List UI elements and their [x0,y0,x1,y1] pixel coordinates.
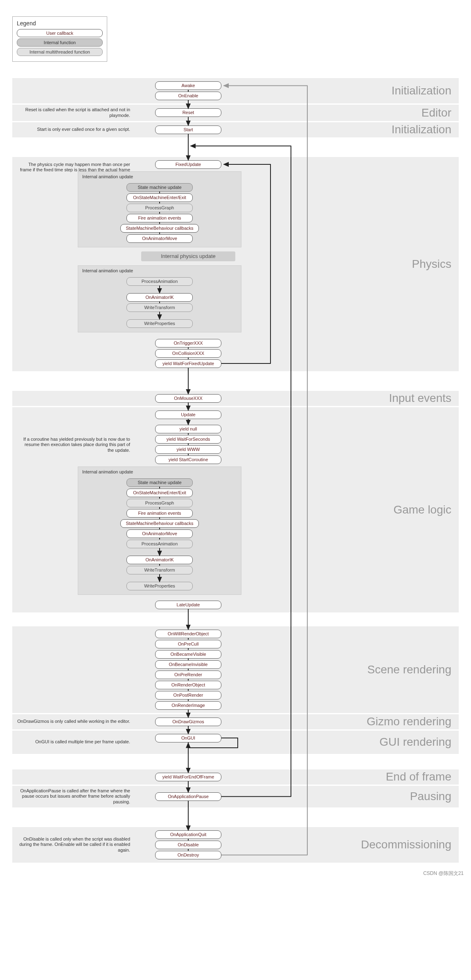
section-label: Game logic [393,503,451,516]
section-end-of-frame: yield WaitForEndOfFrame End of frame [12,769,459,785]
legend-user-callback: User callback [17,29,103,37]
node: ProcessGraph [126,204,193,212]
note-decom: OnDisable is called only when the script… [17,836,130,853]
gap [12,372,459,390]
node-reset: Reset [155,108,221,117]
section-label: Editor [421,106,451,119]
node: OnBecameVisible [155,650,221,659]
note-gizmo: OnDrawGizmos is only called while workin… [17,719,130,724]
section-gui-rendering: OnGUI is called multiple time per frame … [12,731,459,754]
note-yield: If a coroutine has yielded previously bu… [17,437,130,453]
section-initialization-2: Start is only ever called once for a giv… [12,122,459,137]
legend-box: Legend User callback Internal function I… [12,16,107,62]
gap [12,139,459,156]
section-label: Initialization [392,84,451,97]
section-label: End of frame [386,770,451,783]
node: OnAnimatorMove [126,529,193,538]
section-input-events: OnMouseXXX Input events [12,391,459,406]
gap [12,614,459,625]
section-physics: The physics cycle may happen more than o… [12,157,459,371]
node-fixedupdate: FixedUpdate [155,160,221,169]
node: ProcessGraph [126,499,193,507]
legend-multithread-function: Internal multithreaded function [17,48,103,56]
node: Fire animation events [126,214,193,222]
node: OnPreCull [155,640,221,648]
section-game-logic: If a coroutine has yielded previously bu… [12,407,459,612]
note-gui: OnGUI is called multiple time per frame … [35,739,130,745]
node-ondestroy: OnDestroy [155,851,221,859]
node-onapplicationquit: OnApplicationQuit [155,830,221,839]
node: yield null [155,425,221,433]
group-anim-update-1: Internal animation update State machine … [78,171,241,247]
node-waitforfixedupdate: yield WaitForFixedUpdate [155,359,221,368]
section-pausing: OnApplicationPause is called after the f… [12,786,459,807]
node: StateMachineBehaviour callbacks [120,224,199,233]
node: OnPostRender [155,691,221,700]
node-start: Start [155,126,221,134]
node-lateupdate: LateUpdate [155,601,221,609]
node: StateMachineBehaviour callbacks [120,519,199,528]
node: OnPreRender [155,671,221,679]
section-label: Initialization [392,123,451,136]
node: WriteProperties [126,319,193,328]
group-title: Internal animation update [82,268,133,273]
node: OnWillRenderObject [155,630,221,638]
node: yield WWW [155,445,221,454]
node: ProcessAnimation [126,277,193,286]
group-title: Internal animation update [82,174,133,179]
gap [12,755,459,768]
node-ontrigger: OnTriggerXXX [155,339,221,348]
node: OnAnimatorIK [126,556,193,564]
section-label: Scene rendering [367,663,451,676]
group-title: Internal animation update [82,469,133,474]
node-onenable: OnEnable [155,92,221,100]
node: WriteProperties [126,582,193,590]
node-onapplicationpause: OnApplicationPause [155,792,221,801]
note-editor: Reset is called when the script is attac… [17,107,130,119]
section-decommissioning: OnDisable is called only when the script… [12,827,459,863]
node: State machine update [126,183,193,192]
section-gizmo-rendering: OnDrawGizmos is only called while workin… [12,714,459,729]
group-anim-update-3: Internal animation update State machine … [78,466,241,595]
node: OnStateMachineEnter/Exit [126,489,193,497]
bar-internal-physics-update: Internal physics update [141,251,235,261]
node: WriteTransform [126,303,193,312]
node: OnRenderImage [155,701,221,710]
note-start: Start is only ever called once for a giv… [37,127,130,132]
node: State machine update [126,478,193,487]
section-label: Gizmo rendering [367,715,451,728]
flow-sections: Awake OnEnable Initialization Reset is c… [12,78,459,863]
section-label: GUI rendering [379,736,451,749]
node: WriteTransform [126,566,193,574]
section-scene-rendering: OnWillRenderObject OnPreCull OnBecameVis… [12,626,459,713]
section-editor: Reset is called when the script is attac… [12,105,459,121]
node: OnStateMachineEnter/Exit [126,193,193,202]
node-update: Update [155,410,221,419]
group-anim-update-2: Internal animation update ProcessAnimati… [78,265,241,332]
section-label: Physics [412,258,451,271]
node: OnBecameInvisible [155,660,221,669]
node-ondisable: OnDisable [155,841,221,849]
node: OnRenderObject [155,681,221,689]
node-oncollision: OnCollisionXXX [155,349,221,358]
section-label: Pausing [410,790,451,803]
note-pausing: OnApplicationPause is called after the f… [17,788,130,805]
legend-internal-function: Internal function [17,38,103,47]
node: OnAnimatorIK [126,293,193,302]
node: ProcessAnimation [126,540,193,548]
node-ondrawgizmos: OnDrawGizmos [155,718,221,726]
node-ongui: OnGUI [155,734,221,742]
section-label: Input events [389,392,451,405]
node-awake: Awake [155,81,221,90]
node: yield WaitForSeconds [155,435,221,444]
node: Fire animation events [126,509,193,518]
node-waitforendofframe: yield WaitForEndOfFrame [155,773,221,781]
watermark: CSDN @陈国文21 [423,870,464,877]
section-initialization-1: Awake OnEnable Initialization [12,78,459,103]
legend-title: Legend [17,20,103,27]
gap [12,809,459,826]
node: OnAnimatorMove [126,234,193,243]
node-onmouse: OnMouseXXX [155,394,221,403]
section-label: Decommissioning [361,838,451,851]
node: yield StartCoroutine [155,455,221,464]
